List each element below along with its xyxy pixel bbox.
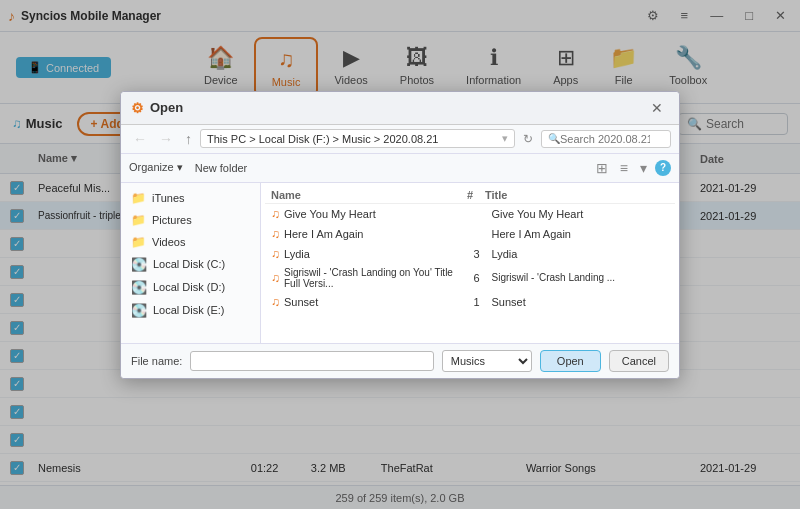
dialog-nav: ← → ↑ This PC > Local Disk (F:) > Music … xyxy=(121,125,679,154)
organize-button[interactable]: Organize ▾ xyxy=(129,161,183,174)
file-music-icon: ♫ xyxy=(271,227,280,241)
file-title: Sunset xyxy=(492,296,670,308)
file-music-icon: ♫ xyxy=(271,207,280,221)
dialog-toolbar-right: ⊞ ≡ ▾ ? xyxy=(592,158,671,178)
local-d-disk-icon: 💽 xyxy=(131,280,147,295)
file-num: 6 xyxy=(462,272,492,284)
sidebar-item-local-c[interactable]: 💽 Local Disk (C:) xyxy=(121,253,260,276)
itunes-folder-icon: 📁 xyxy=(131,191,146,205)
breadcrumb-dropdown-icon[interactable]: ▾ xyxy=(502,132,508,145)
dialog-refresh-button[interactable]: ↻ xyxy=(523,132,533,146)
dialog-footer: File name: Musics Open Cancel xyxy=(121,343,679,378)
files-header: Name # Title xyxy=(265,187,675,204)
breadcrumb: This PC > Local Disk (F:) > Music > 2020… xyxy=(200,129,515,148)
files-col-title-header: Title xyxy=(485,189,669,201)
files-col-name-header[interactable]: Name xyxy=(271,189,455,201)
new-folder-button[interactable]: New folder xyxy=(195,162,248,174)
file-title: Here I Am Again xyxy=(492,228,670,240)
file-name-input[interactable] xyxy=(190,351,433,371)
file-title: Sigriswil - 'Crash Landing ... xyxy=(492,272,670,283)
dialog-help-button[interactable]: ? xyxy=(655,160,671,176)
sidebar-item-videos[interactable]: 📁 Videos xyxy=(121,231,260,253)
dialog-search-icon: 🔍 xyxy=(548,133,560,144)
sidebar-item-local-e[interactable]: 💽 Local Disk (E:) xyxy=(121,299,260,322)
file-num: 1 xyxy=(462,296,492,308)
file-name: Lydia xyxy=(284,248,462,260)
dialog-up-button[interactable]: ↑ xyxy=(181,129,196,149)
file-row[interactable]: ♫ Lydia 3 Lydia xyxy=(265,244,675,264)
dialog-cancel-button[interactable]: Cancel xyxy=(609,350,669,372)
dialog-forward-button[interactable]: → xyxy=(155,129,177,149)
dialog-search-box[interactable]: 🔍 xyxy=(541,130,671,148)
sidebar-item-itunes[interactable]: 📁 iTunes xyxy=(121,187,260,209)
file-num: 3 xyxy=(462,248,492,260)
dialog-view-dropdown[interactable]: ▾ xyxy=(636,158,651,178)
dialog-titlebar: ⚙ Open ✕ xyxy=(121,92,679,125)
file-type-select[interactable]: Musics xyxy=(442,350,532,372)
videos-folder-icon: 📁 xyxy=(131,235,146,249)
file-row[interactable]: ♫ Sigriswil - 'Crash Landing on You' Tit… xyxy=(265,264,675,292)
file-name: Here I Am Again xyxy=(284,228,462,240)
file-row[interactable]: ♫ Here I Am Again Here I Am Again xyxy=(265,224,675,244)
dialog-overlay: ⚙ Open ✕ ← → ↑ This PC > Local Disk (F:)… xyxy=(0,0,800,509)
file-row[interactable]: ♫ Give You My Heart Give You My Heart xyxy=(265,204,675,224)
dialog-view-toggle[interactable]: ⊞ xyxy=(592,158,612,178)
dialog-title: Open xyxy=(150,100,183,115)
dialog-open-button[interactable]: Open xyxy=(540,350,601,372)
file-music-icon: ♫ xyxy=(271,271,280,285)
open-dialog: ⚙ Open ✕ ← → ↑ This PC > Local Disk (F:)… xyxy=(120,91,680,379)
dialog-list-toggle[interactable]: ≡ xyxy=(616,158,632,178)
file-name: Sunset xyxy=(284,296,462,308)
file-title: Give You My Heart xyxy=(492,208,670,220)
dialog-sidebar: 📁 iTunes 📁 Pictures 📁 Videos 💽 Local Dis… xyxy=(121,183,261,343)
sidebar-item-pictures[interactable]: 📁 Pictures xyxy=(121,209,260,231)
local-e-disk-icon: 💽 xyxy=(131,303,147,318)
file-name: Give You My Heart xyxy=(284,208,462,220)
file-music-icon: ♫ xyxy=(271,295,280,309)
pictures-folder-icon: 📁 xyxy=(131,213,146,227)
dialog-title-icon: ⚙ xyxy=(131,100,144,116)
files-col-num-header: # xyxy=(455,189,485,201)
sidebar-item-local-d[interactable]: 💽 Local Disk (D:) xyxy=(121,276,260,299)
dialog-close-button[interactable]: ✕ xyxy=(645,98,669,118)
file-name: Sigriswil - 'Crash Landing on You' Title… xyxy=(284,267,462,289)
dialog-body: 📁 iTunes 📁 Pictures 📁 Videos 💽 Local Dis… xyxy=(121,183,679,343)
dialog-files: Name # Title ♫ Give You My Heart Give Yo… xyxy=(261,183,679,343)
file-row[interactable]: ♫ Sunset 1 Sunset xyxy=(265,292,675,312)
file-name-label: File name: xyxy=(131,355,182,367)
file-music-icon: ♫ xyxy=(271,247,280,261)
dialog-search-input[interactable] xyxy=(560,133,650,145)
local-c-disk-icon: 💽 xyxy=(131,257,147,272)
dialog-toolbar: Organize ▾ New folder ⊞ ≡ ▾ ? xyxy=(121,154,679,183)
dialog-back-button[interactable]: ← xyxy=(129,129,151,149)
file-title: Lydia xyxy=(492,248,670,260)
breadcrumb-text: This PC > Local Disk (F:) > Music > 2020… xyxy=(207,133,438,145)
